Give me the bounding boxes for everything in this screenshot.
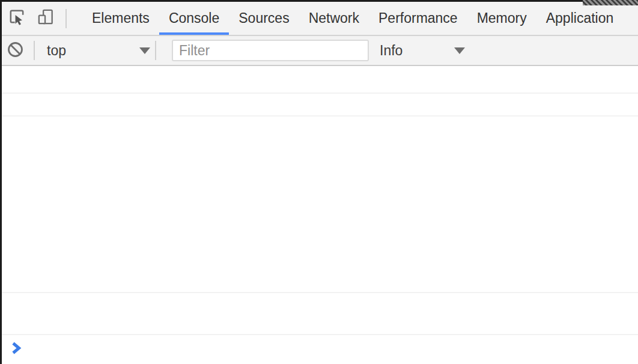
devtools-window: Elements Console Sources Network Perform… bbox=[0, 0, 638, 364]
tab-elements[interactable]: Elements bbox=[82, 2, 159, 35]
console-message-returned: Returned: ▶Object {status: 200, duration… bbox=[2, 293, 638, 335]
tree-row: ▶Response Headers: Object bbox=[2, 233, 638, 252]
toggle-device-toolbar-button[interactable] bbox=[31, 2, 61, 35]
tab-network[interactable]: Network bbox=[299, 2, 369, 35]
clear-console-button[interactable] bbox=[2, 36, 29, 65]
window-top-edge bbox=[0, 0, 638, 2]
tree-row: Request Body: null bbox=[2, 156, 638, 175]
active-tab-indicator bbox=[159, 32, 229, 35]
tab-sources[interactable]: Sources bbox=[229, 2, 299, 35]
request-label-line: Request: bbox=[2, 118, 638, 137]
tab-label: Performance bbox=[378, 10, 458, 26]
console-output: Console was cleared Command:request Requ… bbox=[2, 66, 638, 364]
toolbar-separator bbox=[34, 41, 35, 60]
tab-label: Application bbox=[546, 10, 614, 26]
device-toolbar-icon bbox=[37, 8, 55, 29]
tree-row: Request URL: "https://jsonplaceholder.ty… bbox=[2, 195, 638, 214]
console-message-command: Command:request bbox=[2, 94, 638, 117]
tab-performance[interactable]: Performance bbox=[369, 2, 467, 35]
inspect-cursor-icon bbox=[7, 8, 26, 29]
execution-context-selector[interactable]: top bbox=[47, 43, 150, 59]
tab-label: Sources bbox=[238, 10, 289, 26]
chevron-down-icon bbox=[454, 47, 465, 54]
devtools-tab-bar: Elements Console Sources Network Perform… bbox=[2, 2, 638, 36]
console-filter-input[interactable] bbox=[172, 40, 369, 61]
chevron-down-icon bbox=[139, 47, 150, 54]
prompt-chevron-icon bbox=[11, 343, 22, 358]
execution-context-value: top bbox=[47, 43, 66, 59]
returned-label-line: Returned: bbox=[2, 294, 638, 314]
object-preview-line: ▼Object {Request Body: null, Request Hea… bbox=[2, 137, 638, 156]
console-message-request: Request: ▼Object {Request Body: null, Re… bbox=[2, 117, 638, 293]
object-preview-line: ▶Object {status: 200, duration: 296, bod… bbox=[2, 314, 638, 333]
clear-console-icon bbox=[7, 41, 23, 60]
inspect-element-button[interactable] bbox=[2, 2, 31, 35]
tab-label: Console bbox=[169, 10, 219, 26]
toolbar-separator bbox=[155, 41, 156, 60]
tree-row: ▶__proto__: Object bbox=[2, 271, 638, 291]
panel-tabs: Elements Console Sources Network Perform… bbox=[82, 2, 623, 35]
tree-row: Response Body: "[↵ {↵ "postId": 1,↵ "id"… bbox=[2, 214, 638, 233]
console-toolbar: top Info bbox=[2, 36, 638, 66]
tab-label: Elements bbox=[92, 10, 150, 26]
tree-row: Response Status: 200 bbox=[2, 252, 638, 271]
log-level-selector[interactable]: Info bbox=[380, 43, 465, 59]
log-level-value: Info bbox=[380, 43, 403, 59]
console-prompt[interactable] bbox=[2, 335, 638, 364]
window-left-edge bbox=[0, 0, 2, 364]
tab-memory[interactable]: Memory bbox=[467, 2, 536, 35]
resize-hatch-decoration bbox=[583, 0, 638, 5]
console-message-cleared: Console was cleared bbox=[2, 66, 638, 94]
tree-row: ▶Request Headers: Object bbox=[2, 175, 638, 195]
tab-application[interactable]: Application bbox=[536, 2, 624, 35]
toolbar-separator bbox=[65, 9, 67, 28]
tab-label: Memory bbox=[477, 10, 527, 26]
tab-console[interactable]: Console bbox=[159, 2, 229, 35]
tab-label: Network bbox=[309, 10, 359, 26]
